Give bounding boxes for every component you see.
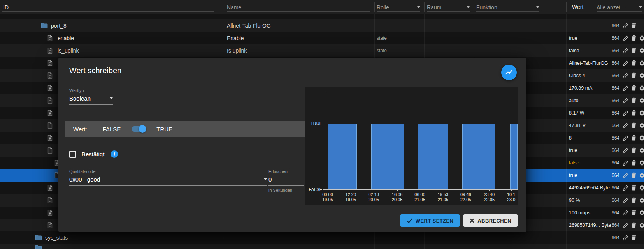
object-value[interactable]: 8 bbox=[569, 132, 572, 144]
object-value[interactable]: 90 % bbox=[569, 194, 580, 207]
settings-icon[interactable] bbox=[639, 97, 644, 104]
delete-icon[interactable] bbox=[631, 210, 637, 216]
value-type-select[interactable]: Werttyp Boolean bbox=[69, 88, 113, 105]
edit-icon[interactable] bbox=[623, 160, 629, 166]
edit-icon[interactable] bbox=[623, 35, 629, 41]
set-value-button[interactable]: WERT SETZEN bbox=[400, 214, 460, 227]
delete-icon[interactable] bbox=[631, 172, 637, 178]
y-tick bbox=[323, 124, 325, 124]
acknowledged-checkbox[interactable] bbox=[69, 151, 76, 158]
id-filter[interactable]: ID bbox=[2, 0, 214, 14]
settings-icon[interactable] bbox=[639, 48, 644, 54]
settings-icon[interactable] bbox=[639, 147, 644, 154]
delete-icon[interactable] bbox=[631, 60, 637, 66]
delete-icon[interactable] bbox=[631, 235, 637, 241]
delete-icon[interactable] bbox=[631, 122, 637, 129]
delete-icon[interactable] bbox=[631, 197, 637, 203]
table-row[interactable]: sys_stats 664 bbox=[0, 231, 644, 244]
expire-input[interactable]: Erlöschen 0 in Sekunden bbox=[268, 169, 304, 192]
settings-icon[interactable] bbox=[639, 60, 644, 66]
delete-icon[interactable] bbox=[631, 48, 637, 54]
delete-icon[interactable] bbox=[631, 35, 637, 41]
settings-icon[interactable] bbox=[639, 72, 644, 79]
file-icon bbox=[47, 210, 53, 216]
table-row[interactable]: is_uplink Is uplink state false 664 bbox=[0, 44, 644, 57]
edit-icon[interactable] bbox=[623, 60, 629, 66]
edit-icon[interactable] bbox=[623, 197, 629, 203]
tree-icon bbox=[47, 110, 54, 116]
table-row[interactable] bbox=[0, 244, 644, 249]
edit-icon[interactable] bbox=[623, 222, 629, 228]
object-value[interactable]: 100 mbps bbox=[569, 207, 590, 219]
quality-select[interactable]: Qualitätscode 0x00 - good bbox=[69, 169, 267, 186]
column-header-name: Name bbox=[227, 4, 241, 11]
settings-icon[interactable] bbox=[639, 122, 644, 129]
edit-icon[interactable] bbox=[623, 235, 629, 241]
settings-icon[interactable] bbox=[639, 160, 644, 166]
chart-toggle-button[interactable] bbox=[501, 65, 517, 80]
delete-icon[interactable] bbox=[631, 110, 637, 116]
role-filter[interactable]: Rolle bbox=[377, 0, 420, 14]
edit-icon[interactable] bbox=[623, 72, 629, 79]
table-row[interactable]: enable Enable state true 664 bbox=[0, 32, 644, 44]
settings-icon[interactable] bbox=[639, 222, 644, 228]
settings-icon[interactable] bbox=[639, 172, 644, 178]
object-value[interactable]: Allnet-Tab-FlurOG bbox=[569, 57, 608, 69]
settings-icon[interactable] bbox=[639, 197, 644, 203]
settings-icon[interactable] bbox=[639, 210, 644, 216]
object-value[interactable]: false bbox=[569, 157, 579, 169]
object-value[interactable]: Class 4 bbox=[569, 69, 585, 82]
edit-icon[interactable] bbox=[623, 85, 629, 91]
object-value[interactable]: 2698537149... Byte bbox=[569, 219, 611, 231]
object-value[interactable]: false bbox=[569, 44, 579, 57]
value-toggle[interactable] bbox=[132, 125, 146, 133]
settings-icon[interactable] bbox=[639, 35, 644, 41]
column-header-function: Funktion bbox=[476, 4, 497, 11]
object-value[interactable]: 47.81 V bbox=[569, 119, 586, 132]
delete-icon[interactable] bbox=[631, 23, 637, 29]
object-value[interactable]: 8.17 W bbox=[569, 107, 584, 119]
true-label: TRUE bbox=[156, 126, 172, 132]
delete-icon[interactable] bbox=[631, 185, 637, 191]
edit-icon[interactable] bbox=[623, 172, 629, 178]
delete-icon[interactable] bbox=[631, 147, 637, 154]
settings-icon[interactable] bbox=[639, 110, 644, 116]
y-label-true: TRUE bbox=[305, 121, 322, 126]
chart-true-segment bbox=[371, 124, 405, 189]
column-header-id: ID bbox=[3, 4, 9, 11]
edit-icon[interactable] bbox=[623, 147, 629, 154]
table-row[interactable] bbox=[0, 14, 644, 19]
edit-icon[interactable] bbox=[623, 210, 629, 216]
object-value[interactable]: 170.89 mA bbox=[569, 82, 592, 94]
settings-icon[interactable] bbox=[639, 85, 644, 91]
room-filter[interactable]: Raum bbox=[427, 0, 470, 14]
object-value[interactable]: 44924569504 Byte bbox=[569, 182, 610, 194]
cancel-button[interactable]: ABBRECHEN bbox=[463, 214, 518, 227]
info-icon[interactable]: i bbox=[111, 150, 118, 158]
delete-icon[interactable] bbox=[631, 222, 637, 228]
edit-icon[interactable] bbox=[623, 110, 629, 116]
edit-icon[interactable] bbox=[623, 135, 629, 141]
object-value[interactable]: true bbox=[569, 32, 577, 44]
edit-icon[interactable] bbox=[623, 48, 629, 54]
edit-icon[interactable] bbox=[623, 185, 629, 191]
settings-icon[interactable] bbox=[639, 185, 644, 191]
name-filter[interactable]: Name bbox=[227, 0, 370, 14]
delete-icon[interactable] bbox=[631, 135, 637, 141]
delete-icon[interactable] bbox=[631, 97, 637, 104]
edit-icon[interactable] bbox=[623, 122, 629, 129]
edit-icon[interactable] bbox=[623, 23, 629, 29]
value-type-label: Werttyp bbox=[69, 88, 113, 93]
delete-icon[interactable] bbox=[631, 85, 637, 91]
delete-icon[interactable] bbox=[631, 160, 637, 166]
object-value[interactable]: true bbox=[569, 144, 577, 157]
delete-icon[interactable] bbox=[631, 72, 637, 79]
object-value[interactable]: true bbox=[569, 169, 577, 182]
settings-icon[interactable] bbox=[639, 135, 644, 141]
object-value[interactable]: auto bbox=[569, 94, 578, 107]
function-filter[interactable]: Funktion bbox=[476, 0, 539, 14]
edit-icon[interactable] bbox=[623, 97, 629, 104]
table-row[interactable]: port_8 Allnet-Tab-FlurOG 664 bbox=[0, 19, 644, 32]
line-chart-icon bbox=[505, 68, 513, 77]
show-all-filter[interactable]: Alle anzei... bbox=[597, 0, 642, 14]
